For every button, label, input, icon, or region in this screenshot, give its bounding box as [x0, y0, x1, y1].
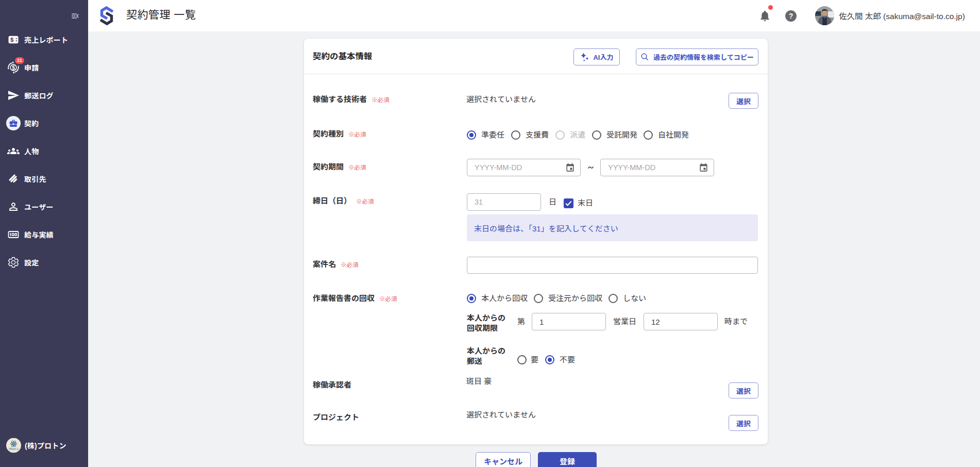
svg-text:$: $	[12, 65, 15, 71]
svg-text:プロトン: プロトン	[8, 447, 19, 451]
svg-text:$: $	[10, 37, 14, 43]
